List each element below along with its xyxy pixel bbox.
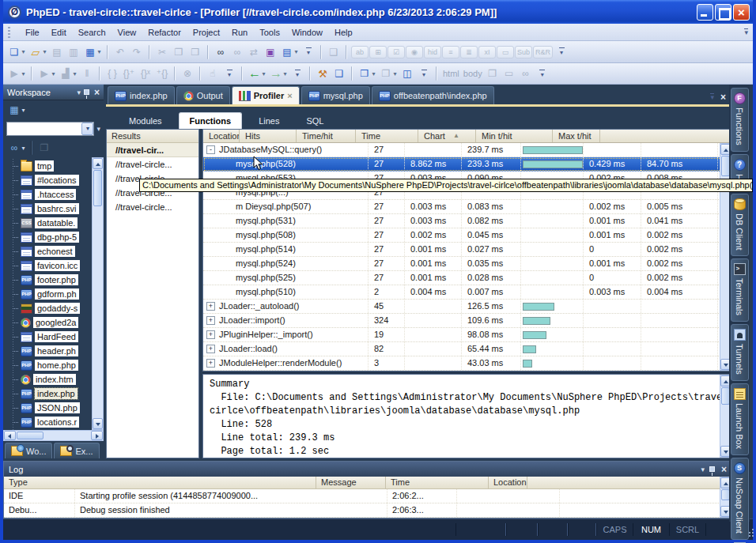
menu-item[interactable]: View (118, 28, 137, 37)
log-column-header[interactable]: Time (386, 477, 489, 488)
editor-tab[interactable]: index.php (108, 86, 175, 104)
result-item[interactable]: //travel-cir... (107, 143, 198, 157)
expand-toggle-icon[interactable]: + (206, 345, 215, 353)
back-dropdown-icon[interactable]: ▾ (260, 66, 267, 81)
sidebar-tab[interactable]: NuSoap Client (731, 458, 749, 540)
table-row[interactable]: + JPluginHelper::_import() 19 98.08 ms (203, 328, 731, 342)
toolbar-overflow-icon[interactable]: ▾ (301, 44, 316, 60)
panel-close-icon[interactable]: × (721, 466, 727, 473)
editor-tab[interactable]: Profiler × (232, 86, 300, 104)
toolbar-overflow-icon[interactable]: ▾ (221, 66, 237, 81)
column-header[interactable]: Location (203, 130, 240, 142)
table-row[interactable] (203, 371, 731, 371)
tree-item[interactable]: #locations (19, 173, 91, 187)
minimize-button[interactable] (697, 4, 713, 21)
find-button[interactable]: ∞ (213, 44, 229, 60)
profiler-tab[interactable]: Lines (248, 113, 289, 129)
panel-close-icon[interactable]: × (94, 89, 100, 96)
menu-item[interactable]: Refactor (148, 28, 181, 37)
table-row[interactable]: mysql.php(514) 27 0.001 ms 0.027 ms 0 0.… (203, 243, 731, 257)
table-row[interactable]: mysql.php(525) 27 0.001 ms 0.028 ms 0 0.… (203, 271, 731, 285)
table-row[interactable]: + JModuleHelper::renderModule() 3 43.03 … (203, 356, 731, 371)
menu-item[interactable]: File (25, 28, 40, 37)
tree-item[interactable]: index.htm (19, 372, 91, 387)
menu-overflow-icon[interactable]: ▾ (744, 28, 748, 36)
expand-toggle-icon[interactable]: + (206, 330, 215, 339)
log-header[interactable]: Log ▾ × (4, 462, 731, 477)
scroll-right-icon[interactable] (91, 431, 103, 440)
sidebar-tab[interactable]: Functions (731, 88, 749, 152)
table-row[interactable]: mysql.php(528) 27 8.862 ms 239.3 ms 0.42… (203, 157, 731, 172)
close-button[interactable] (733, 4, 750, 21)
profiler-tab[interactable]: Functions (179, 112, 243, 129)
result-item[interactable]: //travel-circle... (107, 200, 198, 214)
settings-tools-button[interactable]: ⚒ (315, 66, 331, 81)
profile-dropdown-icon[interactable]: ▾ (71, 66, 78, 81)
page-setup-button[interactable]: ❑ (331, 66, 347, 81)
tree-item[interactable]: echonest (19, 244, 91, 258)
new-window-dropdown-icon[interactable]: ▾ (370, 66, 377, 81)
tree-item[interactable]: header.ph (19, 344, 91, 358)
open-file-dropdown-icon[interactable]: ▾ (41, 44, 48, 60)
save-remote-dropdown-icon[interactable]: ▾ (96, 44, 103, 60)
table-row[interactable]: mysql.php(524) 27 0.001 ms 0.035 ms 0.00… (203, 257, 731, 271)
tree-item[interactable]: home.php (19, 358, 91, 372)
sidebar-tab[interactable]: DB Client (731, 194, 749, 256)
column-header[interactable]: Chart ▲ (418, 130, 476, 142)
tree-item[interactable]: datatable. (19, 216, 91, 230)
log-row[interactable]: IDE Starting profile session (4144858774… (4, 489, 731, 503)
pin-icon[interactable] (84, 89, 89, 95)
tab-overflow-icon[interactable]: ▾ (710, 93, 714, 101)
workspace-tab[interactable]: Wo... (5, 443, 52, 458)
stamp-dropdown-icon[interactable]: ▾ (391, 66, 399, 81)
debug-run-dropdown-icon[interactable]: ▾ (50, 66, 57, 81)
log-column-header[interactable]: Message (316, 477, 386, 488)
new-file-dropdown-icon[interactable]: ▾ (20, 44, 27, 60)
tree-item[interactable]: locations.r (19, 415, 91, 429)
toolbar-overflow-icon[interactable]: ▾ (96, 125, 100, 133)
tree-item[interactable]: HardFeed (19, 330, 91, 344)
editor-tab[interactable]: Output (176, 86, 230, 104)
toolbar-overflow-icon[interactable]: ▾ (554, 44, 569, 60)
sidebar-tab[interactable]: Launch Box (731, 383, 749, 455)
table-row[interactable]: mysql.php(531) 27 0.003 ms 0.082 ms 0.00… (203, 214, 731, 228)
run-dropdown-icon[interactable]: ▾ (20, 66, 27, 81)
forward-dropdown-icon[interactable]: ▾ (282, 66, 289, 81)
tree-scrollbar[interactable] (92, 157, 104, 430)
column-header[interactable]: Min t/hit (476, 130, 553, 142)
sidebar-tab[interactable]: Tunnels (731, 324, 749, 381)
tree-item[interactable]: bashrc.svi (19, 202, 91, 216)
expand-toggle-icon[interactable]: + (206, 359, 215, 368)
frame-button[interactable]: ▣ (263, 44, 278, 60)
log-row[interactable]: Debu... Debug session finished 2:06:3... (4, 503, 731, 518)
column-header[interactable]: Time/hit (297, 130, 356, 142)
split-view-button[interactable]: ◫ (399, 66, 415, 81)
tree-item[interactable]: .htaccess (19, 187, 91, 202)
log-column-header[interactable]: Location (489, 477, 527, 488)
result-item[interactable]: //travel-circle... (107, 157, 198, 172)
expand-toggle-icon[interactable]: - (206, 145, 215, 154)
body-tag-button[interactable]: body (462, 66, 484, 81)
clipboard-dropdown-icon[interactable]: ▾ (293, 44, 300, 60)
tree-item[interactable]: googled2a (19, 315, 91, 330)
menu-item[interactable]: Project (193, 28, 220, 37)
tab-close-icon[interactable]: × (287, 91, 292, 100)
results-header[interactable]: Results (107, 130, 198, 143)
tree-item[interactable]: dbg-php-5 (19, 230, 91, 244)
column-header[interactable]: Time (356, 130, 418, 142)
scrollbar-thumb[interactable] (93, 170, 102, 206)
workspace-tab[interactable]: Ex... (54, 443, 99, 458)
table-row[interactable]: + JLoader::load() 82 65.44 ms (203, 342, 731, 356)
title-bar[interactable]: Ø PhpED - travel-circle::travel-cirlce -… (3, 0, 753, 24)
table-row[interactable]: mysql.php(508) 27 0.002 ms 0.045 ms 0.00… (203, 228, 731, 243)
panel-menu-icon[interactable]: ▾ (701, 466, 705, 473)
workspace-find-dropdown-icon[interactable]: ▾ (20, 140, 27, 156)
table-row[interactable]: - JDatabaseMySQL::query() 27 239.7 ms (203, 143, 731, 157)
tree-item[interactable]: godaddy-s (19, 301, 91, 315)
table-row[interactable]: + JLoader::import() 324 109.6 ms (203, 314, 731, 328)
editor-tab[interactable]: offbeatenpath\index.php (372, 86, 494, 104)
combo-dropdown-icon[interactable]: ▾ (81, 123, 93, 135)
menu-item[interactable]: Help (335, 28, 353, 37)
table-row[interactable]: + JLoader::_autoload() 45 126.5 ms (203, 300, 731, 314)
tab-bar-close-icon[interactable]: × (720, 93, 726, 101)
